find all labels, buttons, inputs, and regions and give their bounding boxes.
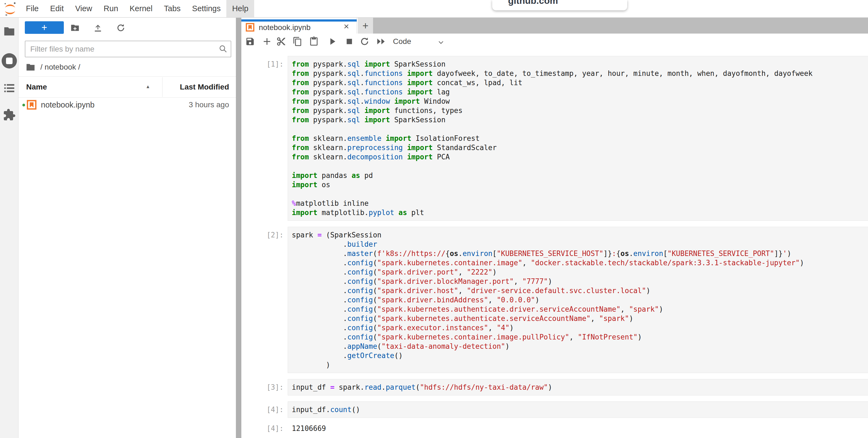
- menu-item-view[interactable]: View: [69, 0, 98, 17]
- menu-item-kernel[interactable]: Kernel: [124, 0, 158, 17]
- column-header-name[interactable]: Name: [26, 77, 47, 97]
- new-launcher-button[interactable]: +: [25, 21, 64, 34]
- code-line: .config("spark.kubernetes.authenticate.s…: [292, 314, 868, 323]
- cell-editor[interactable]: spark = (SparkSession .builder .master(f…: [288, 227, 868, 373]
- activity-bar: [0, 18, 19, 438]
- code-cell: [3]:input_df = spark.read.parquet("hdfs:…: [241, 379, 868, 396]
- code-line: .builder: [292, 240, 868, 249]
- tab-active-accent: [241, 19, 357, 22]
- menu-item-tabs[interactable]: Tabs: [158, 0, 186, 17]
- breadcrumb[interactable]: / notebook /: [19, 61, 80, 74]
- menu-item-file[interactable]: File: [20, 0, 44, 17]
- cell-type-select[interactable]: Code: [393, 34, 444, 49]
- search-icon: [219, 45, 227, 53]
- file-browser: + / notebook /: [19, 18, 236, 438]
- code-line: .master(f'k8s://https://{os.environ["KUB…: [292, 249, 868, 258]
- cut-icon[interactable]: [276, 36, 286, 47]
- code-line: spark = (SparkSession: [292, 230, 868, 240]
- column-header-modified[interactable]: Last Modified: [180, 77, 229, 97]
- code-line: from pyspark.sql.window import Window: [292, 97, 868, 106]
- folder-icon[interactable]: [4, 27, 15, 36]
- add-cell-icon[interactable]: [262, 36, 272, 47]
- stop-icon[interactable]: [344, 36, 354, 47]
- tab-bar: notebook.ipynb × +: [241, 18, 868, 34]
- code-line: .config("spark.driver.blockManager.port"…: [292, 277, 868, 286]
- code-line: [292, 162, 868, 171]
- file-filter: [25, 41, 231, 57]
- code-line: .config("spark.kubernetes.container.imag…: [292, 332, 868, 342]
- breadcrumb-folder-icon: [26, 64, 35, 71]
- code-line: .config("spark.kubernetes.container.imag…: [292, 258, 868, 267]
- cell-input-prompt: [4]:: [241, 402, 288, 414]
- code-cell: [4]:input_df.count(): [241, 402, 868, 418]
- file-name: notebook.ipynb: [41, 98, 95, 112]
- fast-forward-icon[interactable]: [376, 36, 386, 47]
- menu-item-settings[interactable]: Settings: [186, 0, 226, 17]
- code-line: from pyspark.sql import SparkSession: [292, 59, 868, 69]
- cell-editor[interactable]: from pyspark.sql import SparkSessionfrom…: [288, 56, 868, 221]
- code-line: [292, 189, 868, 199]
- code-line: .config("spark.executor.instances", "4"): [292, 323, 868, 332]
- cell-type-value: Code: [393, 37, 411, 46]
- cell-input-prompt: [1]:: [241, 56, 288, 69]
- menu-item-edit[interactable]: Edit: [44, 0, 69, 17]
- code-cell: [2]:spark = (SparkSession .builder .mast…: [241, 227, 868, 373]
- paste-icon[interactable]: [309, 36, 319, 47]
- site-popup-text: github.com: [508, 0, 627, 6]
- code-line: .appName("taxi-data-anomaly-detection"): [292, 342, 868, 351]
- code-line: from pyspark.sql.functions import concat…: [292, 78, 868, 87]
- extensions-icon[interactable]: [3, 108, 16, 121]
- run-icon[interactable]: [328, 36, 337, 47]
- refresh-icon[interactable]: [116, 23, 125, 32]
- chevron-down-icon: [437, 39, 444, 46]
- code-line: [292, 124, 868, 134]
- tab-notebook[interactable]: notebook.ipynb ×: [241, 18, 357, 34]
- file-row[interactable]: notebook.ipynb3 hours ago: [19, 98, 236, 112]
- cell-editor[interactable]: input_df.count(): [288, 402, 868, 418]
- file-filter-input[interactable]: [25, 41, 231, 57]
- upload-icon[interactable]: [93, 23, 102, 32]
- cell-editor[interactable]: input_df = spark.read.parquet("hdfs://hd…: [288, 379, 868, 396]
- code-line: .getOrCreate(): [292, 351, 868, 360]
- notebook-file-icon: [246, 23, 254, 32]
- code-line: from pyspark.sql import functions, types: [292, 106, 868, 115]
- jupyter-logo: [4, 2, 17, 17]
- cell-output-text: 12106669: [288, 424, 868, 433]
- menu-bar: FileEditViewRunKernelTabsSettingsHelp: [0, 0, 868, 18]
- notebook-file-icon: [27, 100, 36, 110]
- file-modified: 3 hours ago: [189, 98, 229, 112]
- file-list-header: Name ▲ Last Modified: [19, 77, 236, 98]
- main-area: notebook.ipynb × +: [241, 18, 868, 438]
- code-cell: [1]:from pyspark.sql import SparkSession…: [241, 56, 868, 221]
- file-list: notebook.ipynb3 hours ago: [19, 98, 236, 112]
- code-line: from pyspark.sql.functions import dayofw…: [292, 69, 868, 78]
- code-line: .config("spark.driver.port", "2222"): [292, 267, 868, 277]
- sort-ascending-icon[interactable]: ▲: [146, 84, 150, 89]
- kernel-running-dot: [22, 104, 25, 107]
- file-browser-toolbar: +: [19, 18, 236, 39]
- copy-icon[interactable]: [292, 36, 303, 47]
- menu-item-help[interactable]: Help: [226, 0, 254, 17]
- menu-items: FileEditViewRunKernelTabsSettingsHelp: [20, 0, 254, 17]
- tab-close-icon[interactable]: ×: [344, 21, 349, 32]
- new-tab-button[interactable]: +: [358, 18, 373, 34]
- code-line: %matplotlib inline: [292, 199, 868, 208]
- code-line: import pandas as pd: [292, 171, 868, 180]
- menu-item-run[interactable]: Run: [98, 0, 124, 17]
- running-kernels-icon[interactable]: [1, 52, 18, 69]
- cell-output-prompt: [4]:: [241, 424, 288, 433]
- table-of-contents-icon[interactable]: [3, 82, 15, 94]
- code-line: import matplotlib.pyplot as plt: [292, 208, 868, 217]
- cell-input-prompt: [2]:: [241, 227, 288, 240]
- restart-icon[interactable]: [360, 36, 370, 47]
- code-line: ): [292, 360, 868, 370]
- notebook-cells: [1]:from pyspark.sql import SparkSession…: [241, 49, 868, 438]
- panel-splitter[interactable]: [236, 18, 241, 438]
- save-icon[interactable]: [245, 36, 255, 47]
- code-line: input_df.count(): [292, 405, 868, 414]
- tab-label: notebook.ipynb: [259, 23, 311, 32]
- new-folder-icon[interactable]: [70, 23, 80, 32]
- tab-bar-fill: [373, 17, 868, 34]
- code-line: import os: [292, 180, 868, 189]
- jupyterlab-window: FileEditViewRunKernelTabsSettingsHelp gi…: [0, 0, 868, 438]
